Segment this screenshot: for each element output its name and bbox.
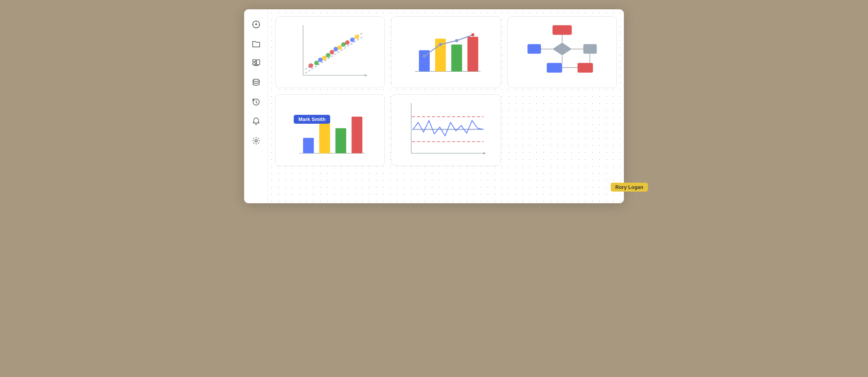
svg-point-35 [439,43,442,46]
tooltip-rory-logan: Rory Logan [611,183,648,192]
sidebar-item-explore[interactable] [248,16,264,33]
svg-rect-5 [253,60,256,62]
svg-point-17 [308,63,313,68]
svg-rect-38 [552,25,572,35]
chart-bar-simple[interactable] [275,94,385,166]
chart-flowchart[interactable] [507,16,617,88]
sidebar-item-folder[interactable] [248,36,264,52]
svg-point-9 [253,79,259,81]
svg-point-26 [345,40,350,45]
sidebar-item-settings[interactable] [248,133,264,149]
svg-rect-51 [303,138,314,153]
svg-point-37 [472,33,475,36]
svg-marker-40 [552,43,572,55]
svg-point-21 [326,53,331,57]
sidebar-item-layout[interactable] [248,55,264,71]
svg-rect-32 [451,45,462,72]
svg-point-34 [423,54,426,57]
sidebar-item-history[interactable] [248,94,264,110]
chart-bar-line[interactable] [391,16,501,88]
svg-point-24 [338,45,342,50]
svg-rect-46 [547,63,562,73]
svg-line-16 [305,37,363,73]
svg-point-36 [455,39,458,42]
sidebar-item-database[interactable] [248,74,264,91]
sidebar-item-notifications[interactable] [248,113,264,130]
svg-rect-54 [351,117,362,153]
svg-rect-33 [468,37,479,71]
svg-rect-7 [257,60,260,65]
svg-marker-14 [365,74,367,76]
tooltip-mark-smith: Mark Smith [294,115,330,124]
sidebar [244,9,268,203]
charts-grid [275,16,617,166]
svg-point-22 [330,50,334,55]
svg-marker-57 [483,152,486,154]
app-container: Mark Smith Rory Logan [244,9,624,203]
svg-rect-53 [336,128,346,154]
svg-rect-6 [253,63,256,65]
main-content: Mark Smith Rory Logan [268,9,624,203]
svg-point-11 [255,140,257,142]
svg-rect-42 [527,44,541,54]
svg-point-28 [355,35,359,39]
chart-control[interactable] [391,94,501,166]
chart-scatter[interactable] [275,16,385,88]
svg-rect-48 [577,63,593,73]
svg-rect-44 [583,44,597,54]
svg-point-20 [322,55,327,60]
svg-point-27 [350,38,355,42]
svg-rect-52 [319,121,330,153]
svg-point-18 [314,61,319,65]
